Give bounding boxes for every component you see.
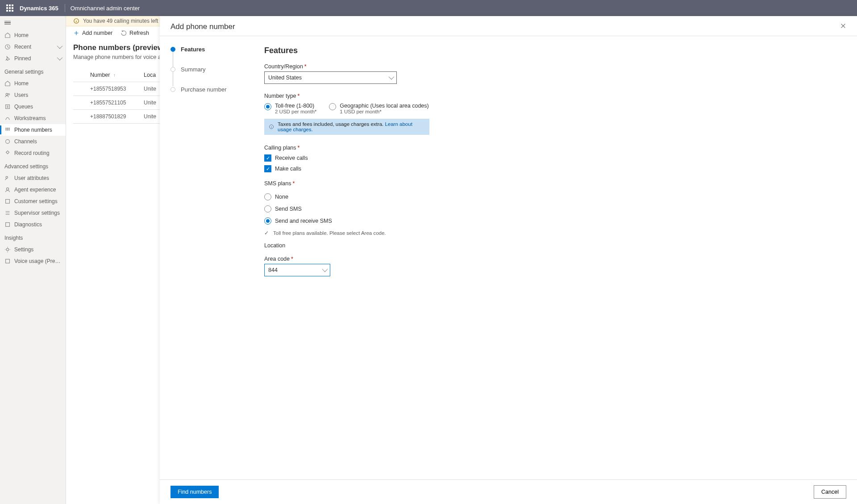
info-icon <box>269 124 274 130</box>
area-code-select[interactable]: 844 <box>264 264 330 276</box>
refresh-button[interactable]: Refresh <box>121 30 149 36</box>
toolbar-btn-label: Refresh <box>129 30 149 36</box>
radio-sublabel: 2 USD per month* <box>275 109 316 114</box>
sidebar-item-supervisor-settings[interactable]: Supervisor settings <box>0 207 66 219</box>
panel-body: Features Summary Purchase number Feature… <box>160 36 857 479</box>
check-icon: ✓ <box>264 230 269 236</box>
nav-quick-recent[interactable]: Recent <box>0 41 66 53</box>
select-value: United States <box>268 75 302 81</box>
radio-sublabel: 1 USD per month* <box>340 109 428 114</box>
app-context-name: Omnichannel admin center <box>71 5 140 12</box>
form-section-heading: Features <box>264 46 496 55</box>
add-phone-number-panel: Add phone number Features Summary Purcha… <box>160 16 857 504</box>
panel-close-button[interactable] <box>840 23 846 31</box>
supervisor-icon <box>4 210 11 216</box>
sidebar-item-home[interactable]: Home <box>0 78 66 89</box>
nav-item-label: Supervisor settings <box>14 210 60 216</box>
sms-option-send[interactable]: Send SMS <box>264 205 496 212</box>
radio-label: Send and receive SMS <box>275 218 332 224</box>
nav-quick-home[interactable]: Home <box>0 29 66 41</box>
panel-footer: Find numbers Cancel <box>160 479 857 504</box>
location-section-label: Location <box>264 242 496 249</box>
checkbox-checked-icon: ✓ <box>264 154 271 162</box>
chevron-down-icon <box>389 75 393 81</box>
nav-group-header: Advanced settings <box>0 159 66 172</box>
sidebar-item-users[interactable]: Users <box>0 89 66 101</box>
checkbox-checked-icon: ✓ <box>264 165 271 172</box>
nav-quick-pinned[interactable]: Pinned <box>0 53 66 64</box>
sms-option-none[interactable]: None <box>264 193 496 200</box>
sidebar-item-voice-usage[interactable]: Voice usage (Preview) <box>0 255 66 267</box>
radio-icon <box>329 103 336 110</box>
customer-icon <box>4 198 11 204</box>
user-attr-icon <box>4 175 11 181</box>
number-type-geographic[interactable]: Geographic (Uses local area codes) 1 USD… <box>329 103 428 114</box>
svg-rect-16 <box>6 259 10 263</box>
sidebar-item-phone-numbers[interactable]: Phone numbers <box>0 124 66 136</box>
column-header-number[interactable]: Number ↑ <box>90 72 144 78</box>
sms-option-send-receive[interactable]: Send and receive SMS <box>264 217 496 225</box>
svg-point-5 <box>7 128 8 129</box>
sidebar-item-agent-experience[interactable]: Agent experience <box>0 184 66 196</box>
field-label-country: Country/Region* <box>264 63 496 70</box>
nav-group-header: General settings <box>0 64 66 78</box>
add-number-button[interactable]: Add number <box>73 30 112 36</box>
country-region-select[interactable]: United States <box>264 71 397 84</box>
svg-rect-14 <box>6 223 10 227</box>
wizard-steps: Features Summary Purchase number <box>171 46 260 470</box>
sidebar-item-channels[interactable]: Channels <box>0 136 66 147</box>
info-icon <box>73 18 79 24</box>
channels-icon <box>4 138 11 145</box>
app-launcher-button[interactable] <box>4 2 16 14</box>
users-icon <box>4 92 11 98</box>
checkbox-label: Make calls <box>275 166 301 172</box>
cell-location: Unite <box>144 113 156 120</box>
wizard-step-features[interactable]: Features <box>171 46 260 53</box>
usage-charges-info: Taxes and fees included, usage charges e… <box>264 119 429 135</box>
nav-item-label: Home <box>14 80 29 87</box>
wizard-step-summary[interactable]: Summary <box>171 66 260 73</box>
radio-label: Toll-free (1-800) <box>275 103 316 109</box>
find-numbers-button[interactable]: Find numbers <box>171 486 219 498</box>
sidebar-item-diagnostics[interactable]: Diagnostics <box>0 219 66 230</box>
topbar-divider <box>65 4 65 12</box>
svg-point-11 <box>6 176 8 178</box>
plus-icon <box>73 30 79 36</box>
nav-item-label: Workstreams <box>14 115 46 121</box>
wizard-step-purchase-number[interactable]: Purchase number <box>171 86 260 93</box>
field-label-calling-plans: Calling plans* <box>264 145 496 151</box>
nav-hamburger-button[interactable] <box>0 16 66 29</box>
routing-icon <box>4 150 11 156</box>
clock-icon <box>4 44 11 50</box>
dialpad-icon <box>4 127 11 133</box>
radio-label: Send SMS <box>275 206 302 212</box>
number-type-toll-free[interactable]: Toll-free (1-800) 2 USD per month* <box>264 103 316 114</box>
step-dot-icon <box>171 67 175 72</box>
nav-group-header: Insights <box>0 230 66 244</box>
sidebar-item-record-routing[interactable]: Record routing <box>0 147 66 159</box>
svg-point-15 <box>6 248 8 250</box>
sidebar-item-user-attributes[interactable]: User attributes <box>0 172 66 184</box>
column-header-location[interactable]: Loca <box>144 72 156 78</box>
calling-plan-receive-calls[interactable]: ✓ Receive calls <box>264 154 496 162</box>
panel-title: Add phone number <box>171 22 235 31</box>
nav-item-label: Settings <box>14 246 33 253</box>
nav-item-label: Users <box>14 92 28 98</box>
sidebar-item-workstreams[interactable]: Workstreams <box>0 112 66 124</box>
step-dot-icon <box>171 47 175 52</box>
chevron-down-icon <box>322 267 326 273</box>
cell-number: +18557518953 <box>90 86 144 92</box>
home-icon <box>4 32 11 38</box>
nav-item-label: Queues <box>14 104 33 110</box>
sidebar-item-queues[interactable]: Queues <box>0 101 66 112</box>
sidebar-item-customer-settings[interactable]: Customer settings <box>0 196 66 207</box>
nav-item-label: Channels <box>14 138 37 145</box>
svg-point-10 <box>6 140 10 144</box>
cell-location: Unite <box>144 100 156 106</box>
sidebar-item-settings[interactable]: Settings <box>0 244 66 255</box>
nav-item-label: Customer settings <box>14 198 58 204</box>
svg-rect-13 <box>6 200 10 204</box>
nav-item-label: Agent experience <box>14 187 56 193</box>
calling-plan-make-calls[interactable]: ✓ Make calls <box>264 165 496 172</box>
cancel-button[interactable]: Cancel <box>814 485 846 499</box>
